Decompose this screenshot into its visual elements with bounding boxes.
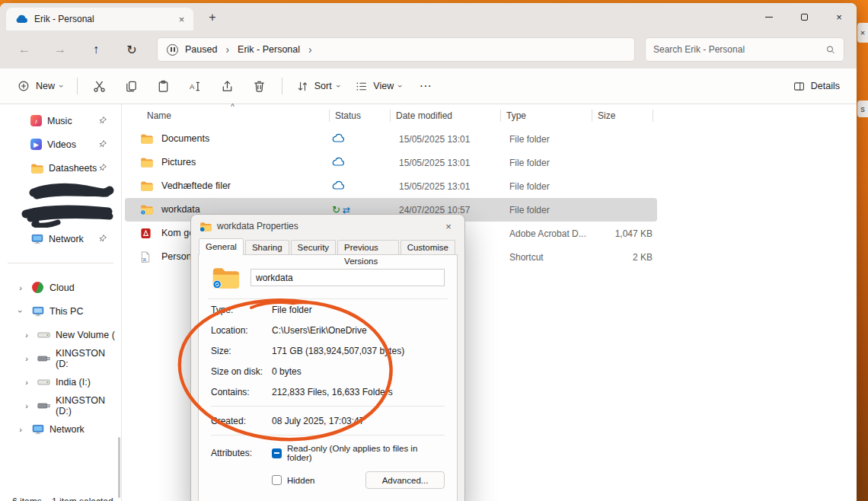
sidebar-item-cloud[interactable]: › Cloud <box>3 276 118 299</box>
sidebar-item-music[interactable]: ♪ Music <box>3 109 118 132</box>
breadcrumb-chevron-icon[interactable]: › <box>224 43 231 56</box>
new-button[interactable]: New › <box>9 73 71 99</box>
copy-button[interactable] <box>116 73 148 99</box>
up-button[interactable]: ↑ <box>84 37 108 62</box>
details-pane-button[interactable]: Details <box>785 73 847 99</box>
search-input[interactable] <box>653 44 825 55</box>
folder-sync-icon <box>140 204 153 217</box>
explorer-tab[interactable]: Erik - Personal × <box>6 8 193 30</box>
search-box[interactable] <box>645 37 844 62</box>
chevron-down-icon[interactable]: › <box>15 307 26 316</box>
sidebar-item-network-pinned[interactable]: Network <box>3 227 118 250</box>
search-icon <box>825 44 836 56</box>
command-toolbar: New › A Sort › View › <box>0 69 857 104</box>
chevron-right-icon[interactable]: › <box>21 378 32 387</box>
folder-icon <box>30 162 43 174</box>
hidden-checkbox[interactable] <box>272 475 282 485</box>
column-header-type[interactable]: Type <box>506 110 526 121</box>
more-options-button[interactable]: ··· <box>410 73 442 99</box>
sidebar-item-videos[interactable]: ▶ Videos <box>3 132 118 156</box>
tab-previous-versions[interactable]: Previous Versions <box>337 240 399 254</box>
chevron-right-icon[interactable]: › <box>21 401 32 410</box>
general-tab-page: Type:File folder Location:C:\Users\Erik\… <box>198 254 458 501</box>
sidebar-item-redacted-1[interactable] <box>3 180 118 203</box>
cut-button[interactable] <box>84 73 116 99</box>
sidebar-item-this-pc[interactable]: › This PC <box>3 299 118 323</box>
sidebar-item-network[interactable]: › Network <box>3 417 118 441</box>
maximize-button[interactable] <box>787 3 822 30</box>
back-button[interactable]: ← <box>12 37 37 62</box>
attributes-label: Attributes: <box>211 448 272 458</box>
column-header-status[interactable]: Status <box>335 110 361 121</box>
folder-name-input[interactable] <box>251 269 445 286</box>
readonly-checkbox[interactable] <box>272 448 282 458</box>
folder-icon <box>140 180 153 193</box>
sidebar-item-kingston-1[interactable]: › KINGSTON (D: <box>3 346 118 370</box>
file-row-vedhaeftede-filer[interactable]: Vedhæftede filer 15/05/2025 13:01 File f… <box>125 174 657 198</box>
address-bar[interactable]: Paused › Erik - Personal › <box>157 37 635 62</box>
cloud-status-icon <box>332 133 345 145</box>
field-value-contains: 212,833 Files, 16,633 Folders <box>272 387 393 397</box>
tab-customise[interactable]: Customise <box>400 240 455 254</box>
view-icon <box>355 80 368 93</box>
chevron-right-icon[interactable]: › <box>15 283 26 292</box>
cloud-app-icon <box>31 282 44 293</box>
view-button[interactable]: View › <box>347 73 410 99</box>
breadcrumb-chevron-icon[interactable]: › <box>307 43 314 56</box>
onedrive-cloud-icon <box>15 14 28 24</box>
dialog-tabs: General Sharing Security Previous Versio… <box>191 238 464 254</box>
sort-button[interactable]: Sort › <box>289 73 348 99</box>
column-header-modified[interactable]: Date modified <box>396 110 452 121</box>
copy-icon <box>124 79 139 94</box>
breadcrumb-sync-status[interactable]: Paused <box>185 44 217 55</box>
pin-icon <box>98 163 107 172</box>
sidebar-item-india[interactable]: › India (I:) <box>3 370 118 394</box>
chevron-down-icon: › <box>57 85 66 88</box>
tab-sharing[interactable]: Sharing <box>245 240 289 254</box>
shortcut-icon <box>140 251 151 265</box>
close-button[interactable]: × <box>822 3 857 30</box>
chevron-down-icon: › <box>396 85 405 88</box>
share-icon <box>220 79 235 94</box>
file-row-documents[interactable]: Documents 15/05/2025 13:01 File folder <box>125 127 657 151</box>
cloud-status-icon <box>332 180 345 193</box>
delete-button[interactable] <box>244 73 276 99</box>
rename-button[interactable]: A <box>180 73 212 99</box>
field-label-created: Created: <box>211 416 272 426</box>
tab-general[interactable]: General <box>199 238 244 255</box>
sidebar-item-kingston-2[interactable]: › KINGSTON (D:) <box>3 394 118 417</box>
hidden-label: Hidden <box>287 476 314 485</box>
minimize-button[interactable] <box>752 3 787 30</box>
column-header-name[interactable]: Name <box>147 110 171 121</box>
chevron-right-icon[interactable]: › <box>15 425 26 434</box>
tab-close-button[interactable]: × <box>174 12 189 27</box>
breadcrumb-folder[interactable]: Erik - Personal <box>238 44 300 55</box>
folder-sync-icon-large <box>211 266 240 289</box>
tab-bar: Erik - Personal × + × <box>0 3 857 30</box>
dialog-close-button[interactable]: × <box>437 218 460 235</box>
sidebar-scrollbar[interactable] <box>118 437 120 498</box>
paste-button[interactable] <box>148 73 180 99</box>
sidebar-item-redacted-2[interactable] <box>3 203 118 227</box>
music-icon: ♪ <box>30 115 42 126</box>
new-tab-button[interactable]: + <box>203 8 222 27</box>
details-pane-icon <box>793 80 806 93</box>
field-value-type: File folder <box>272 305 312 315</box>
chevron-right-icon[interactable]: › <box>21 354 32 363</box>
chevron-right-icon[interactable]: › <box>21 330 32 340</box>
sidebar-item-new-volume[interactable]: › New Volume ( <box>3 323 118 346</box>
field-label-location: Location: <box>211 325 272 336</box>
field-label-size-on-disk: Size on disk: <box>211 366 272 377</box>
advanced-button[interactable]: Advanced... <box>365 471 445 489</box>
sort-icon <box>296 80 309 93</box>
chevron-down-icon: › <box>333 85 343 88</box>
sidebar-item-datasheets[interactable]: Datasheets <box>3 156 118 180</box>
file-row-pictures[interactable]: Pictures 15/05/2025 13:01 File folder <box>125 151 657 174</box>
pin-icon <box>98 116 107 125</box>
share-button[interactable] <box>212 73 244 99</box>
forward-button[interactable]: → <box>48 37 72 62</box>
tab-security[interactable]: Security <box>291 240 337 254</box>
folder-sync-icon <box>199 222 212 231</box>
column-header-size[interactable]: Size <box>598 110 615 121</box>
refresh-button[interactable]: ↻ <box>120 37 144 62</box>
